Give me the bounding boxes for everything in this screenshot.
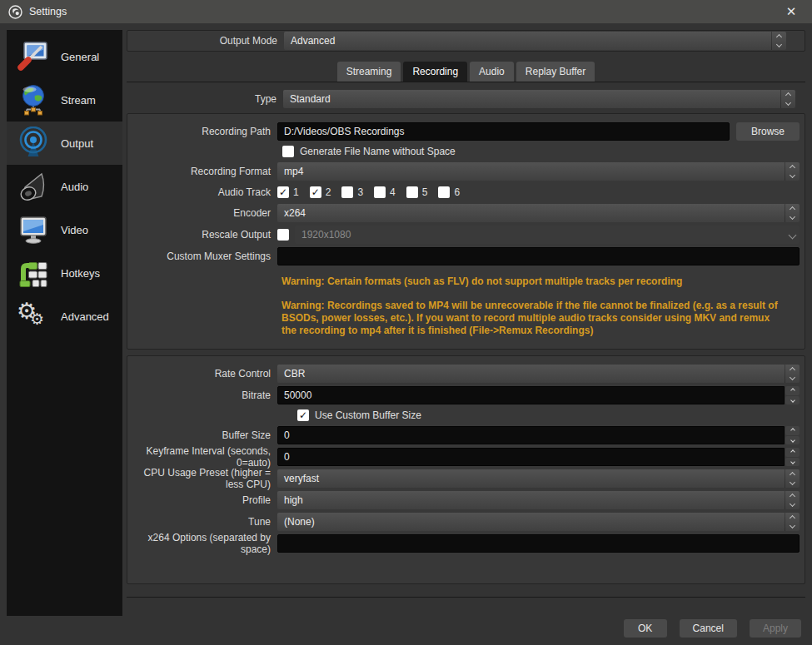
- combo-spinner-icon[interactable]: [785, 204, 800, 222]
- combo-spinner-icon[interactable]: [771, 32, 786, 50]
- no-space-checkbox[interactable]: [282, 146, 294, 157]
- x264-options-label: x264 Options (separated by space): [127, 532, 277, 555]
- audio-track-5-label: 5: [422, 186, 428, 198]
- cpu-preset-label: CPU Usage Preset (higher = less CPU): [127, 467, 277, 490]
- no-space-row: Generate File Name without Space: [127, 142, 805, 161]
- audio-track-1-checkbox[interactable]: ✓: [277, 186, 289, 198]
- recording-path-input[interactable]: [277, 122, 730, 141]
- tune-value: (None): [284, 516, 315, 528]
- sidebar-item-output[interactable]: Output: [7, 122, 122, 165]
- recording-format-select[interactable]: mp4: [277, 162, 800, 181]
- keyframe-interval-row: Keyframe Interval (seconds, 0=auto): [127, 446, 805, 468]
- output-mode-select[interactable]: Advanced: [284, 32, 786, 50]
- recording-groupbox: Recording Path Browse Generate File Name…: [127, 113, 805, 350]
- close-button[interactable]: ✕: [779, 4, 804, 19]
- audio-track-label: Audio Track: [127, 186, 277, 198]
- cpu-preset-select[interactable]: veryfast: [277, 469, 800, 488]
- sidebar-item-hotkeys[interactable]: Hotkeys: [7, 251, 122, 295]
- rate-control-label: Rate Control: [127, 368, 277, 380]
- rate-control-select[interactable]: CBR: [277, 365, 800, 383]
- cpu-preset-row: CPU Usage Preset (higher = less CPU) ver…: [127, 468, 805, 489]
- audio-track-row: Audio Track ✓1 ✓2 3 4 5 6: [127, 182, 805, 202]
- warning-mp4-unrecoverable: Warning: Recordings saved to MP4 will be…: [281, 300, 781, 337]
- sidebar-item-advanced[interactable]: ⚙⚙ Advanced: [7, 295, 122, 338]
- stream-icon: [17, 83, 50, 117]
- combo-spinner-icon[interactable]: [780, 90, 795, 108]
- recording-path-label: Recording Path: [127, 126, 277, 137]
- window-title: Settings: [29, 6, 67, 17]
- tab-audio[interactable]: Audio: [470, 62, 514, 82]
- spin-down-button[interactable]: [785, 436, 800, 445]
- type-select[interactable]: Standard: [283, 90, 795, 108]
- sidebar-item-video[interactable]: Video: [7, 208, 122, 251]
- rescale-output-checkbox[interactable]: [277, 229, 289, 241]
- rescale-output-label: Rescale Output: [127, 229, 277, 241]
- audio-speaker-icon: [17, 170, 50, 203]
- apply-button[interactable]: Apply: [750, 619, 801, 638]
- sidebar-item-stream[interactable]: Stream: [7, 78, 122, 122]
- recording-tab-pane: Type Standard Recording Path Browse: [127, 82, 805, 598]
- profile-value: high: [284, 494, 303, 506]
- audio-track-5-checkbox[interactable]: [406, 186, 418, 198]
- profile-label: Profile: [127, 494, 277, 506]
- keyframe-interval-label: Keyframe Interval (seconds, 0=auto): [127, 445, 277, 469]
- advanced-gears-icon: ⚙⚙: [17, 300, 50, 333]
- x264-options-input[interactable]: [277, 534, 800, 553]
- audio-track-2-checkbox[interactable]: ✓: [310, 186, 321, 198]
- audio-track-3-label: 3: [357, 186, 363, 198]
- sidebar-item-audio[interactable]: Audio: [7, 165, 122, 208]
- audio-track-1-label: 1: [293, 186, 299, 198]
- spin-down-button[interactable]: [785, 458, 800, 467]
- custom-muxer-input[interactable]: [277, 247, 800, 265]
- combo-spinner-icon[interactable]: [785, 365, 800, 383]
- cpu-preset-value: veryfast: [284, 473, 319, 484]
- audio-track-4-checkbox[interactable]: [374, 186, 386, 198]
- tab-streaming[interactable]: Streaming: [337, 62, 401, 82]
- sidebar-item-label: Output: [61, 137, 93, 150]
- buffer-size-input[interactable]: [277, 426, 785, 444]
- sidebar-item-general[interactable]: General: [7, 35, 122, 78]
- encoder-settings-groupbox: Rate Control CBR Bitrate: [127, 355, 805, 584]
- sidebar-item-label: General: [61, 51, 99, 63]
- dialog-footer: OK Cancel Apply: [0, 614, 812, 645]
- rescale-output-row: Rescale Output 1920x1080: [127, 224, 805, 246]
- profile-row: Profile high: [127, 489, 805, 511]
- custom-buffer-checkbox[interactable]: ✓: [297, 409, 309, 421]
- sidebar-item-label: Video: [61, 224, 88, 236]
- keyframe-interval-input[interactable]: [277, 448, 785, 466]
- hotkeys-keyboard-icon: [17, 256, 50, 290]
- profile-select[interactable]: high: [277, 491, 800, 509]
- custom-muxer-row: Custom Muxer Settings: [127, 246, 805, 267]
- output-icon: [17, 127, 50, 160]
- rate-control-row: Rate Control CBR: [127, 363, 805, 385]
- sidebar-item-label: Hotkeys: [61, 267, 100, 280]
- type-row: Type Standard: [127, 90, 805, 108]
- bitrate-row: Bitrate: [127, 385, 805, 406]
- cancel-button[interactable]: Cancel: [680, 619, 737, 638]
- buffer-size-row: Buffer Size: [127, 424, 805, 446]
- spin-up-button[interactable]: [785, 386, 800, 395]
- browse-button[interactable]: Browse: [736, 122, 800, 141]
- tab-replay-buffer[interactable]: Replay Buffer: [516, 62, 595, 82]
- spin-up-button[interactable]: [785, 448, 800, 457]
- bitrate-input[interactable]: [277, 386, 785, 404]
- spin-up-button[interactable]: [785, 426, 800, 435]
- audio-track-3-checkbox[interactable]: [341, 186, 353, 198]
- warning-multiple-tracks: Warning: Certain formats (such as FLV) d…: [281, 275, 781, 288]
- encoder-label: Encoder: [127, 207, 277, 219]
- combo-spinner-icon[interactable]: [785, 513, 800, 531]
- audio-track-4-label: 4: [390, 186, 396, 198]
- combo-spinner-icon[interactable]: [785, 162, 800, 181]
- tune-select[interactable]: (None): [277, 513, 800, 531]
- output-mode-label: Output Mode: [127, 35, 284, 47]
- ok-button[interactable]: OK: [624, 619, 667, 638]
- x264-options-row: x264 Options (separated by space): [127, 533, 805, 554]
- spin-down-button[interactable]: [785, 396, 800, 405]
- combo-spinner-icon[interactable]: [785, 491, 800, 509]
- audio-track-6-checkbox[interactable]: [438, 186, 450, 198]
- combo-spinner-icon[interactable]: [785, 469, 800, 488]
- audio-track-2-label: 2: [326, 186, 331, 198]
- tab-recording[interactable]: Recording: [403, 62, 467, 82]
- encoder-select[interactable]: x264: [277, 204, 800, 222]
- titlebar: Settings ✕: [0, 0, 812, 23]
